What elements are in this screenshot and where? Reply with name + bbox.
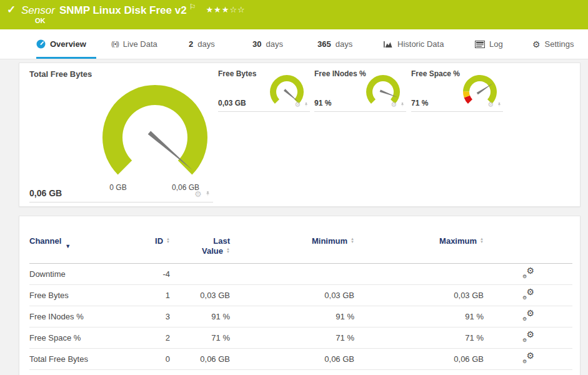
tab-number: 30 [252, 39, 261, 49]
main-gauge-title: Total Free Bytes [29, 69, 92, 79]
tab-label: days [266, 39, 282, 49]
tab-label: Overview [50, 39, 86, 49]
gear-icon[interactable]: ⚙ [294, 101, 301, 108]
tab-number: 365 [317, 39, 331, 49]
gear-icon[interactable]: ⚙ [391, 101, 397, 108]
double-gear-icon[interactable]: ⚙⚙ [522, 331, 534, 342]
log-list-icon [475, 41, 485, 48]
channel-id: 1 [145, 291, 170, 300]
channel-settings-button[interactable]: ⚙⚙ [484, 268, 572, 281]
free-space-tile: Free Space % 71 % ⚙ [411, 68, 503, 112]
tab-2-days[interactable]: 2 days [189, 29, 215, 59]
live-data-icon: ((•)) [111, 41, 119, 48]
tab-30-days[interactable]: 30 days [252, 29, 283, 59]
pin-icon[interactable] [205, 191, 211, 198]
free-inodes-tile: Free INodes % 91 % ⚙ [314, 68, 406, 112]
tile-value: 91 % [314, 99, 331, 108]
pin-icon[interactable] [304, 102, 309, 108]
tab-label: Live Data [123, 39, 157, 49]
channel-minimum: 0,03 GB [230, 291, 354, 300]
tile-title: Free Space % [411, 69, 460, 78]
tab-label: days [197, 39, 214, 49]
sort-caret-icon: ▼ [65, 243, 71, 249]
status-ok-check-icon: ✓ [7, 3, 16, 16]
channel-name: Total Free Bytes [29, 354, 145, 364]
gauges-card: Total Free Bytes 0 GB 0,06 GB 0,06 GB ⚙ … [19, 62, 581, 207]
channel-maximum: 91 % [354, 312, 484, 321]
header-maximum[interactable]: Maximum ▲▼ [354, 236, 484, 256]
tile-title: Free INodes % [314, 69, 366, 78]
tab-label: Settings [545, 39, 574, 49]
sensor-title-row: SensorSNMP Linux Disk Free v2⚐★★★☆☆ [21, 2, 246, 17]
tab-label: days [336, 39, 352, 49]
sensor-status-banner: ✓ SensorSNMP Linux Disk Free v2⚐★★★☆☆ OK [0, 0, 588, 29]
tile-value: 0,03 GB [218, 99, 246, 108]
double-gear-icon[interactable]: ⚙⚙ [522, 310, 534, 321]
double-gear-icon[interactable]: ⚙⚙ [522, 289, 534, 300]
table-row: Total Free Bytes00,06 GB0,06 GB0,06 GB⚙⚙ [29, 349, 572, 370]
total-free-bytes-gauge [86, 69, 224, 206]
tab-bar: Overview ((•)) Live Data 2 days 30 days … [0, 29, 588, 59]
tab-log[interactable]: Log [475, 29, 503, 59]
table-row: Downtime-4⚙⚙ [29, 264, 572, 285]
channel-maximum: 0,03 GB [354, 291, 484, 300]
double-gear-icon[interactable]: ⚙⚙ [522, 268, 534, 279]
header-id[interactable]: ID ▲▼ [145, 236, 170, 256]
double-gear-icon[interactable]: ⚙⚙ [522, 352, 534, 364]
channel-id: 3 [145, 312, 170, 321]
flag-icon[interactable]: ⚐ [189, 2, 196, 11]
tab-live-data[interactable]: ((•)) Live Data [111, 29, 157, 59]
stars-filled[interactable]: ★★★ [206, 5, 229, 14]
header-last-value[interactable]: Last Value▲▼ [170, 236, 230, 256]
tile-value: 71 % [411, 99, 428, 108]
divider [29, 202, 213, 202]
channel-id: 2 [145, 333, 170, 342]
channel-minimum: 0,06 GB [230, 354, 354, 364]
channel-last-value: 0,06 GB [170, 354, 230, 364]
tab-label: Log [489, 39, 503, 49]
channel-name: Free Bytes [29, 291, 145, 300]
gear-icon[interactable]: ⚙ [487, 101, 494, 108]
header-channel[interactable]: Channel ▼ [29, 236, 145, 256]
tab-historic-data[interactable]: Historic Data [383, 29, 444, 59]
star-rating[interactable]: ★★★☆☆ [206, 5, 245, 14]
gauge-icon [36, 39, 46, 49]
pin-icon[interactable] [497, 102, 502, 108]
gauge-actions: ⚙ [391, 101, 405, 108]
channel-settings-button[interactable]: ⚙⚙ [484, 289, 572, 302]
gauge-actions: ⚙ [487, 101, 502, 108]
tab-overview[interactable]: Overview [36, 29, 86, 59]
free-bytes-tile: Free Bytes 0,03 GB ⚙ [218, 68, 310, 112]
main-gauge-value: 0,06 GB [29, 188, 62, 198]
channel-name: Downtime [29, 269, 145, 279]
channel-last-value: 91 % [170, 312, 230, 321]
channel-settings-button[interactable]: ⚙⚙ [484, 331, 572, 344]
gauge-actions: ⚙ [294, 101, 309, 108]
prtg-sensor-page: ✓ SensorSNMP Linux Disk Free v2⚐★★★☆☆ OK… [0, 0, 588, 375]
stars-empty[interactable]: ☆☆ [229, 5, 245, 14]
tab-label: Historic Data [397, 39, 444, 49]
channel-settings-button[interactable]: ⚙⚙ [484, 310, 572, 323]
channel-id: 0 [145, 354, 170, 364]
channel-settings-button[interactable]: ⚙⚙ [484, 352, 572, 366]
channel-id: -4 [145, 269, 170, 279]
gear-icon[interactable]: ⚙ [194, 190, 202, 198]
pin-icon[interactable] [400, 102, 405, 108]
channel-table-body: Downtime-4⚙⚙Free Bytes10,03 GB0,03 GB0,0… [29, 264, 572, 370]
header-minimum[interactable]: Minimum ▲▼ [230, 236, 354, 256]
sensor-type-label: Sensor [21, 4, 55, 16]
channel-minimum: 71 % [230, 333, 354, 342]
channel-table-card: Channel ▼ ID ▲▼ Last Value▲▼ Minimum ▲▼ … [19, 216, 581, 375]
tab-365-days[interactable]: 365 days [317, 29, 352, 59]
tile-title: Free Bytes [218, 69, 256, 78]
page-title: SNMP Linux Disk Free v2 [59, 4, 187, 16]
channel-last-value: 0,03 GB [170, 291, 230, 300]
table-header-row: Channel ▼ ID ▲▼ Last Value▲▼ Minimum ▲▼ … [29, 236, 572, 256]
channel-minimum: 91 % [230, 312, 354, 321]
channel-name: Free INodes % [29, 312, 145, 321]
channel-maximum: 0,06 GB [354, 354, 484, 364]
tab-settings[interactable]: ⚙ Settings [532, 29, 574, 59]
gauge-actions: ⚙ [194, 190, 211, 198]
channel-name: Free Space % [29, 333, 145, 342]
tab-number: 2 [189, 39, 193, 49]
